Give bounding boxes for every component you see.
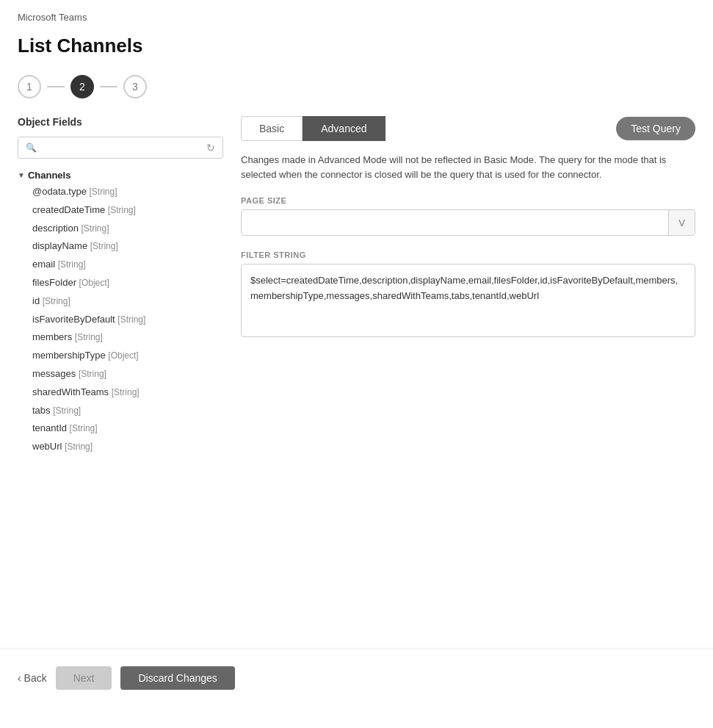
step-line-1 — [47, 86, 65, 87]
list-item: tabs [String] — [32, 402, 223, 420]
breadcrumb-link[interactable]: Microsoft Teams — [18, 12, 87, 23]
list-item: description [String] — [32, 220, 223, 238]
step-2: 2 — [70, 75, 94, 98]
next-button: Next — [56, 666, 112, 690]
list-item: members [String] — [32, 328, 223, 347]
page-size-label: PAGE SIZE — [241, 196, 695, 205]
left-panel: Object Fields 🔍 ↻ ▼ Channels @odata.type… — [18, 116, 223, 630]
list-item: displayName [String] — [32, 237, 223, 256]
list-item: isFavoriteByDefault [String] — [32, 311, 223, 329]
list-item: tenantId [String] — [32, 419, 223, 438]
tab-advanced[interactable]: Advanced — [303, 116, 385, 141]
list-item: membershipType [Object] — [32, 347, 223, 365]
page-size-v-button[interactable]: V — [668, 209, 695, 236]
refresh-icon[interactable]: ↻ — [206, 142, 215, 154]
tabs-row: Basic Advanced Test Query — [241, 116, 695, 141]
object-fields-title: Object Fields — [18, 116, 223, 128]
page-size-row: V — [241, 209, 695, 236]
step-1: 1 — [18, 75, 41, 98]
right-panel: Basic Advanced Test Query Changes made i… — [241, 116, 695, 630]
step-line-2 — [100, 86, 117, 87]
stepper: 1 2 3 — [0, 69, 713, 116]
test-query-button[interactable]: Test Query — [616, 117, 695, 140]
list-item: id [String] — [32, 292, 223, 311]
search-input[interactable] — [41, 143, 203, 154]
list-item: @odata.type [String] — [32, 183, 223, 201]
info-text: Changes made in Advanced Mode will not b… — [241, 153, 695, 181]
list-item: webUrl [String] — [32, 438, 223, 456]
main-layout: Object Fields 🔍 ↻ ▼ Channels @odata.type… — [0, 116, 713, 630]
search-icon: 🔍 — [26, 143, 37, 153]
back-button[interactable]: ‹ Back — [18, 672, 47, 684]
search-bar: 🔍 ↻ — [18, 137, 223, 159]
list-item: createdDateTime [String] — [32, 201, 223, 220]
list-item: sharedWithTeams [String] — [32, 383, 223, 402]
step-3: 3 — [123, 75, 147, 98]
tab-basic[interactable]: Basic — [241, 116, 303, 141]
list-item: messages [String] — [32, 365, 223, 383]
tree-root-label: Channels — [28, 170, 71, 181]
page-size-input[interactable] — [242, 217, 668, 228]
filter-string-label: FILTER STRING — [241, 251, 695, 259]
tree-root: ▼ Channels @odata.type [String] createdD… — [18, 167, 223, 456]
footer: ‹ Back Next Discard Changes — [0, 648, 713, 707]
tree-arrow: ▼ — [18, 171, 25, 179]
filter-string-box[interactable]: $select=createdDateTime,description,disp… — [241, 264, 695, 337]
list-item: email [String] — [32, 256, 223, 274]
tree-channels[interactable]: ▼ Channels — [18, 167, 223, 183]
list-item: filesFolder [Object] — [32, 274, 223, 292]
page-title: List Channels — [0, 29, 713, 69]
tree-children: @odata.type [String] createdDateTime [St… — [32, 183, 223, 456]
breadcrumb: Microsoft Teams — [0, 0, 713, 29]
discard-changes-button[interactable]: Discard Changes — [120, 666, 234, 690]
